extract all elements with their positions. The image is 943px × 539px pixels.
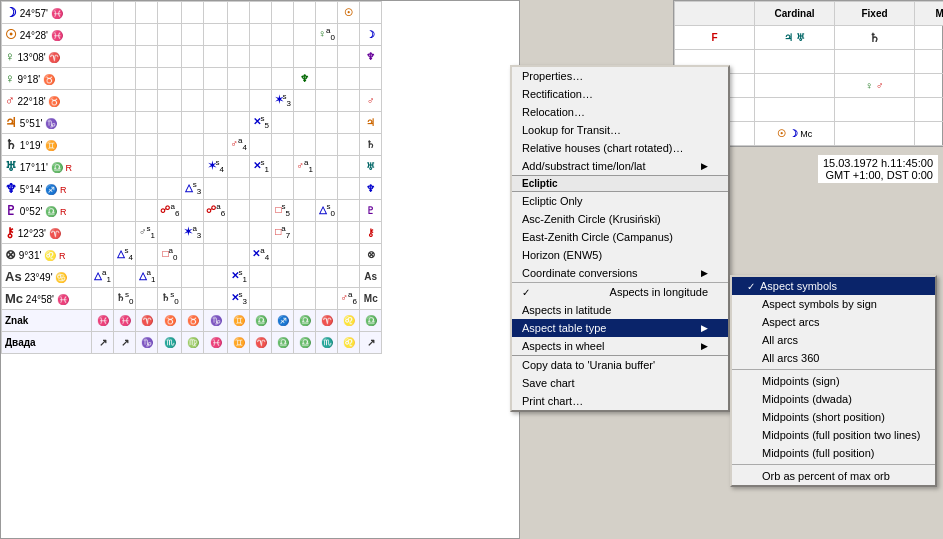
submenu-midpoints-full-two[interactable]: Midpoints (full position two lines) <box>732 426 935 444</box>
card-header-row: Cardinal Fixed Mutable <box>675 2 944 26</box>
table-row: ♇ 0°52' ♎ R ☍a6 ☍a6 □s5 △s0 ♇ <box>2 200 382 222</box>
context-menu[interactable]: Properties… Rectification… Relocation… L… <box>510 65 730 412</box>
submenu-separator-2 <box>732 464 935 465</box>
menu-properties[interactable]: Properties… <box>512 67 728 85</box>
date-line1: 15.03.1972 h.11:45:00 <box>823 157 933 169</box>
menu-aspects-longitude[interactable]: Aspects in longitude <box>512 283 728 301</box>
date-info: 15.03.1972 h.11:45:00 GMT +1:00, DST 0:0… <box>818 155 938 183</box>
menu-aspect-table-type[interactable]: Aspect table type ▶ <box>512 319 728 337</box>
table-row: ♃ 5°51' ♑ ✕s5 ♃ <box>2 112 382 134</box>
menu-add-substract[interactable]: Add/substract time/lon/lat ▶ <box>512 157 728 175</box>
table-row: ♆ 5°14' ♐ R △s3 ♆ <box>2 178 382 200</box>
cardinal-header: Cardinal <box>755 2 835 26</box>
menu-save-chart[interactable]: Save chart <box>512 374 728 392</box>
fixed-header: Fixed <box>835 2 915 26</box>
table-row: ♀ 13°08' ♈ ♆ <box>2 46 382 68</box>
menu-lookup-transit[interactable]: Lookup for Transit… <box>512 121 728 139</box>
table-row: ♅ 17°11' ♎ R ✶s4 ✕s1 ♂a1 ♅ <box>2 156 382 178</box>
menu-aspects-wheel[interactable]: Aspects in wheel ▶ <box>512 337 728 355</box>
table-row: ⊗ 9°31' ♌ R △s4 □a0 ✕a4 ⊗ <box>2 244 382 266</box>
menu-relative-houses[interactable]: Relative houses (chart rotated)… <box>512 139 728 157</box>
moon-symbol: ☽ <box>5 5 17 20</box>
table-row: ☽ 24°57' ♓ ☉ <box>2 2 382 24</box>
table-row: Mc 24°58' ♓ ♄s0 ♄s0 ✕s3 ♂a6 Mc <box>2 288 382 310</box>
menu-ecliptic-header: Ecliptic <box>512 175 728 192</box>
submenu-aspect-arcs[interactable]: Aspect arcs <box>732 313 935 331</box>
menu-asc-zenith[interactable]: Asc-Zenith Circle (Krusiński) <box>512 210 728 228</box>
date-line2: GMT +1:00, DST 0:00 <box>823 169 933 181</box>
submenu-all-arcs-360[interactable]: All arcs 360 <box>732 349 935 367</box>
table-row: ♄ 1°19' ♊ ♂a4 ♄ <box>2 134 382 156</box>
submenu-aspect-symbols[interactable]: Aspect symbols <box>732 277 935 295</box>
submenu-separator-1 <box>732 369 935 370</box>
table-row: ☉ 24°28' ♓ ♀a0 ☽ <box>2 24 382 46</box>
submenu-midpoints-dwada[interactable]: Midpoints (dwada) <box>732 390 935 408</box>
submenu-orb-percent[interactable]: Orb as percent of max orb <box>732 467 935 485</box>
menu-horizon[interactable]: Horizon (ENW5) <box>512 246 728 264</box>
submenu-aspect-symbols-sign[interactable]: Aspect symbols by sign <box>732 295 935 313</box>
dwada-row: Двада ↗ ↗ ♑ ♏ ♍ ♓ ♊ ♈ ♎ ♎ ♏ ♌ ↗ <box>2 332 382 354</box>
table-row: As 23°49' ♋ △a1 △a1 ✕s1 As <box>2 266 382 288</box>
menu-ecliptic-only[interactable]: Ecliptic Only <box>512 192 728 210</box>
mutable-header: Mutable <box>915 2 944 26</box>
main-container: ☽ 24°57' ♓ ☉ ☉ 24°28' ♓ <box>0 0 943 539</box>
submenu-midpoints-sign[interactable]: Midpoints (sign) <box>732 372 935 390</box>
znak-row: Znak ♓ ♓ ♈ ♉ ♉ ♑ ♊ ♎ ♐ ♎ ♈ ♌ ♎ <box>2 310 382 332</box>
menu-copy-data[interactable]: Copy data to 'Urania buffer' <box>512 355 728 374</box>
menu-print-chart[interactable]: Print chart… <box>512 392 728 410</box>
menu-east-zenith[interactable]: East-Zenith Circle (Campanus) <box>512 228 728 246</box>
table-row: ♂ 22°18' ♉ ✶s3 ♂ <box>2 90 382 112</box>
submenu-midpoints-short[interactable]: Midpoints (short position) <box>732 408 935 426</box>
menu-rectification[interactable]: Rectification… <box>512 85 728 103</box>
table-row: ⚷ 12°23' ♈ ♂s1 ✶a3 □a7 ⚷ <box>2 222 382 244</box>
submenu-midpoints-full[interactable]: Midpoints (full position) <box>732 444 935 462</box>
table-row: ♀ 9°18' ♉ ♆ <box>2 68 382 90</box>
menu-relocation[interactable]: Relocation… <box>512 103 728 121</box>
submenu-all-arcs[interactable]: All arcs <box>732 331 935 349</box>
submenu-aspect-type[interactable]: Aspect symbols Aspect symbols by sign As… <box>730 275 937 487</box>
aspect-table: ☽ 24°57' ♓ ☉ ☉ 24°28' ♓ <box>0 0 520 539</box>
menu-coord-conversions[interactable]: Coordinate conversions ▶ <box>512 264 728 283</box>
menu-aspects-latitude[interactable]: Aspects in latitude <box>512 301 728 319</box>
card-row-1: F ♃ ♅ ♄ ♆ <box>675 26 944 50</box>
chart-table: ☽ 24°57' ♓ ☉ ☉ 24°28' ♓ <box>1 1 382 354</box>
